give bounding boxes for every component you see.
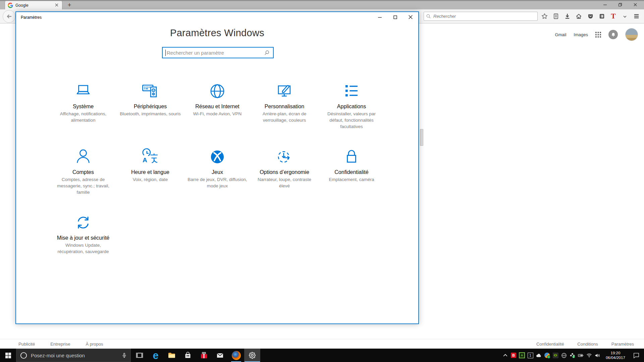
action-center-icon[interactable] [630,349,643,362]
category-subtitle: Emplacement, caméra [329,176,374,183]
settings-category-heure-et-langue[interactable]: A Heure et langue Voix, région, date [118,143,182,209]
settings-category-grid: Système Affichage, notifications, alimen… [50,78,385,275]
footer-link-parametres[interactable]: Paramètres [611,342,634,347]
browser-tab-google[interactable]: Google [5,1,62,9]
settings-category-options-d-ergonomie[interactable]: Options d’ergonomie Narrateur, loupe, co… [252,143,317,209]
footer-link-publicite[interactable]: Publicité [18,342,35,347]
category-title: Options d’ergonomie [260,169,309,175]
search-icon [264,50,270,56]
updater-icon[interactable] [543,352,551,359]
maximize-icon[interactable] [387,12,403,22]
category-subtitle: Barre de jeux, DVR, diffusion, mode jeux [186,176,249,189]
category-title: Heure et langue [131,169,169,175]
microphone-icon[interactable] [121,353,127,358]
clock-date: 06/04/2017 [602,355,629,360]
wifi-icon[interactable] [585,352,593,359]
browser-tab-bar: Google + [0,0,644,9]
settings-search-input[interactable]: Rechercher un paramètre [162,47,274,58]
footer-links-left: PublicitéEntrepriseÀ propos [18,342,103,347]
settings-category-mise-a-jour-et-securite[interactable]: Mise à jour et sécurité Windows Update, … [51,209,115,275]
start-button[interactable] [0,349,16,362]
footer-link-a-propos[interactable]: À propos [86,342,103,347]
category-title: Réseau et Internet [195,104,239,110]
restore-icon[interactable] [612,0,628,9]
new-tab-button[interactable]: + [65,1,74,9]
cortana-search-box[interactable]: Posez-moi une question [16,349,131,362]
close-icon[interactable] [403,12,418,22]
globe-tray-icon[interactable] [560,352,568,359]
settings-window: Paramètres Paramètres Windows Rechercher… [15,11,419,324]
text-addon-icon[interactable]: T [609,12,618,21]
taskbar-store[interactable] [180,349,196,362]
nvidia-icon[interactable] [552,352,559,359]
onedrive-cloud-icon[interactable] [535,352,542,359]
minimize-icon[interactable] [372,12,387,22]
devices-icon [141,80,159,102]
category-subtitle: Voix, région, date [133,176,168,183]
folder-icon [168,351,176,359]
settings-titlebar[interactable]: Paramètres [16,12,418,23]
settings-category-systeme[interactable]: Système Affichage, notifications, alimen… [51,78,115,143]
svg-text:A: A [143,157,147,164]
tab-close-icon[interactable] [55,3,59,8]
green-a-icon[interactable]: A [518,352,526,359]
link-gmail[interactable]: Gmail [555,32,566,37]
volume-icon[interactable] [594,352,601,359]
back-button[interactable] [3,10,15,23]
category-title: Périphériques [134,104,167,110]
taskbar-edge[interactable]: e [148,349,164,362]
footer-link-confidentialite[interactable]: Confidentialité [536,342,564,347]
chevron-up-icon[interactable] [501,352,509,359]
taskbar-task-view[interactable] [131,349,148,362]
close-icon[interactable] [628,0,643,9]
footer-link-conditions[interactable]: Conditions [577,342,598,347]
settings-category-confidentialite[interactable]: Confidentialité Emplacement, caméra [319,143,384,209]
dropdown-caret-icon[interactable] [621,12,629,21]
settings-category-reseau-et-internet[interactable]: Réseau et Internet Wi-Fi, mode Avion, VP… [185,78,250,143]
apps-grid-icon[interactable] [595,32,601,38]
taskbar-firefox[interactable] [228,349,244,362]
tray-icons: BA1 [501,352,601,359]
download-icon[interactable] [563,12,572,21]
search-input[interactable] [433,13,535,19]
pocket-icon[interactable] [586,12,595,21]
footer-link-entreprise[interactable]: Entreprise [50,342,70,347]
time-language-icon: A [141,146,159,168]
browser-search-field[interactable] [424,12,538,21]
category-subtitle: Affichage, notifications, alimentation [52,111,114,123]
browser-window-controls [597,0,643,9]
minimize-icon[interactable] [597,0,612,9]
antivirus-b-icon[interactable]: B [510,352,517,359]
notifications-bell-icon[interactable] [608,30,618,39]
taskbar-gift[interactable] [196,349,212,362]
xbox-icon [208,146,226,168]
bookmark-star-icon[interactable] [540,12,549,21]
counter-1-icon[interactable]: 1 [527,352,534,359]
category-title: Applications [337,104,366,110]
settings-category-comptes[interactable]: Comptes Comptes, adresse de messagerie, … [51,143,115,209]
menu-icon[interactable] [632,12,641,21]
category-subtitle: Arrière-plan, écran de verrouillage, cou… [253,111,316,123]
taskbar-clock[interactable]: 19:20 06/04/2017 [602,351,629,360]
scrollbar-thumb[interactable] [420,129,423,146]
settings-category-applications[interactable]: Applications Désinstaller, valeurs par d… [319,78,384,143]
taskbar-settings[interactable] [244,349,260,362]
link-images[interactable]: Images [574,32,588,37]
settings-category-personnalisation[interactable]: Personnalisation Arrière-plan, écran de … [252,78,317,143]
personalization-icon [275,80,293,102]
category-title: Personnalisation [265,104,304,110]
category-title: Confidentialité [334,169,368,175]
avatar[interactable] [625,28,638,41]
update-sync-icon [74,212,92,233]
home-icon[interactable] [575,12,583,21]
settings-category-peripheriques[interactable]: Périphériques Bluetooth, imprimantes, so… [118,78,182,143]
taskbar-mail[interactable] [212,349,228,362]
library-icon[interactable] [597,12,606,21]
reading-list-icon[interactable] [551,12,560,21]
ease-of-access-icon [275,146,293,168]
taskbar-file-explorer[interactable] [164,349,180,362]
battery-icon[interactable] [577,352,584,359]
toolbar-icon-row: T [540,12,641,21]
sync-check-icon[interactable] [569,352,576,359]
settings-category-jeux[interactable]: Jeux Barre de jeux, DVR, diffusion, mode… [185,143,250,209]
